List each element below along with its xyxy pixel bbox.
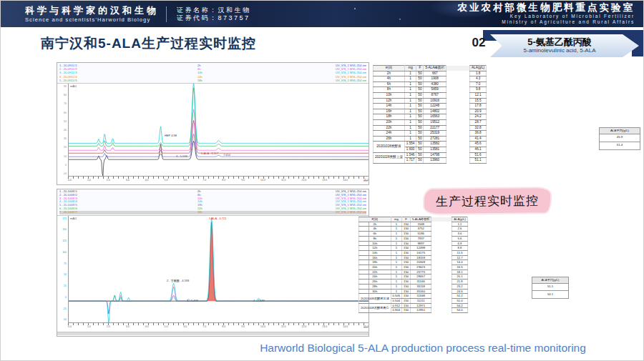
table-cell: 18h — [359, 260, 391, 265]
table-cell: 150 — [402, 284, 411, 289]
table-cell: 8.8 — [452, 246, 468, 251]
x-axis-tick-label: 0.0 — [68, 179, 72, 182]
table-row: 26h1502728141.4 — [374, 136, 487, 142]
table-cell: 14798 — [424, 152, 447, 158]
banner-divider — [166, 6, 167, 22]
table-cell: 1 — [391, 260, 401, 265]
column-header: ALA(g/L) — [470, 66, 487, 71]
table-row: 30h11503516024.6 — [359, 289, 468, 294]
table-cell: 15.5 — [470, 98, 487, 104]
x-axis-tick-label: 14.0 — [343, 325, 348, 328]
table-cell: 41.4 — [470, 136, 487, 142]
table-row: 8h15058599.8 — [374, 87, 487, 93]
table-cell: 20568 — [411, 260, 431, 265]
x-axis-tick-label: 6.0 — [183, 325, 187, 328]
table-cell: 28.7 — [470, 119, 487, 125]
table-row: 24h11502865720.1 — [359, 275, 468, 280]
table-cell: 1 — [391, 265, 401, 270]
x-axis-tick-label: 9.0 — [241, 179, 245, 182]
table-row: 12h1501091615.5 — [374, 98, 487, 104]
table-cell: 150 — [402, 260, 411, 265]
table-row: 24h1502531936.8 — [374, 131, 487, 137]
table-cell: 0.904 — [391, 308, 401, 313]
table-cell: 23623 — [411, 265, 431, 270]
table-cell: 1 — [391, 241, 401, 246]
table-cell: 5859 — [424, 87, 447, 93]
x-axis-tick-label: 11.0 — [281, 179, 286, 182]
x-axis-tick-label: 13.0 — [322, 179, 327, 182]
table-row: 2h1506671.8 — [374, 71, 487, 76]
x-axis-tick-labels: 0.01.02.03.04.05.06.07.08.09.010.011.012… — [68, 325, 369, 328]
y-axis-tick-label: -25 — [63, 307, 67, 310]
table-row: 22h11502577518.1 — [359, 269, 468, 275]
table-cell: 25775 — [411, 269, 431, 275]
table-cell: 1 — [391, 284, 401, 289]
sample-label-cell: 20201028发酵液 — [374, 142, 405, 152]
table-cell: 1 — [404, 119, 416, 125]
y-axis-tick-label: 60 — [64, 112, 67, 114]
column-header: mg — [391, 217, 401, 222]
table-row: 18h11502056814.4 — [359, 260, 468, 265]
table-cell: 667 — [424, 71, 447, 76]
table-cell: 51.1 — [470, 158, 487, 164]
table-cell: 1 — [391, 275, 401, 280]
y-axis-tick-label: 100 — [62, 251, 67, 254]
chromatogram-2-legend: 1 - 20-1008#12hUV_VIS_1 WVL:254 nm2 - 20… — [57, 189, 369, 216]
table-row: 6h115051863.6 — [359, 232, 468, 237]
column-header: ALA(g/L) — [452, 217, 468, 222]
table-cell: 50 — [416, 98, 424, 104]
avg-value: 51.4 — [599, 142, 640, 150]
table-cell: 1 — [404, 71, 416, 76]
presentation-slide: 科学与科学家的汉和生物 Science and scientists'Harwo… — [0, 0, 644, 361]
sample-label-cell: 20201008发酵液离心 — [359, 303, 391, 312]
table-cell: 12951 — [411, 308, 431, 313]
table-cell: 150 — [402, 275, 411, 280]
table-cell: 2h — [374, 71, 405, 76]
legend-sample-time: 18h — [197, 79, 247, 82]
peak-label: 7.654 — [223, 153, 230, 157]
sample-label-cell: 20201008发酵液过滤 — [359, 294, 391, 303]
table-cell: 7.0 — [470, 81, 487, 87]
x-axis-tick-label: 12.0 — [302, 179, 307, 182]
table-footer-row: 20201028发酵上清1.546501479851.6 — [374, 152, 487, 158]
table-cell: 6.9 — [452, 241, 468, 246]
table-cell: 1 — [391, 280, 401, 285]
column-header: mg — [404, 66, 416, 71]
hplc-table-1: 时间mgF5-ALA峰面积ALA(g/L)2h1506671.84h150190… — [373, 65, 487, 164]
table-cell: 0.912 — [391, 303, 401, 308]
x-axis-tick-label: 8.0 — [222, 325, 225, 328]
table-cell: 23.2 — [452, 284, 468, 289]
table-cell: 1 — [391, 246, 401, 251]
table-cell: 10h — [374, 92, 405, 98]
x-axis-tick-label: 2.0 — [107, 179, 110, 182]
x-axis-tick-labels: 0.01.02.03.04.05.06.07.08.09.010.011.012… — [68, 179, 369, 182]
table-cell: 1 — [404, 114, 416, 120]
table-cell: 35160 — [411, 289, 431, 294]
table-cell: 50 — [416, 147, 424, 152]
table-cell: 150 — [402, 280, 411, 285]
table-cell: 20.1 — [452, 275, 468, 280]
table-cell: 12h — [359, 246, 391, 251]
table-cell: 9.8 — [470, 87, 487, 93]
peak-label: 5-ALA - 6.117 — [201, 152, 218, 155]
sample-label-cell: 20201028发酵上清 — [374, 152, 405, 163]
x-axis-tick-label: 4.0 — [145, 179, 149, 182]
y-axis-tick-label: 125 — [62, 239, 67, 242]
table-footer-row: 20201008发酵液过滤0.5051501156851.2 — [359, 294, 468, 299]
table-cell: 12248 — [424, 104, 447, 109]
table-cell: 16175 — [411, 250, 431, 255]
table-cell: 12.7 — [452, 255, 468, 260]
peak-label: HEP 4.98 — [165, 134, 177, 137]
table-cell: 51.2 — [452, 294, 468, 299]
table-cell: 33118 — [411, 284, 431, 289]
table-header-row: 时间mgF5-ALA峰面积ALA(g/L) — [374, 66, 487, 71]
table-cell: 24h — [359, 275, 391, 280]
table-cell: 22h — [374, 125, 405, 131]
table-cell: 5.6 — [452, 236, 468, 241]
column-header: 5-ALA峰面积 — [424, 66, 447, 71]
y-axis-tick-label: 0 — [65, 164, 67, 167]
table-cell: 1.1 — [452, 222, 468, 227]
table-cell: 150 — [402, 250, 411, 255]
table-cell: 1 — [404, 125, 416, 131]
x-axis-tick-label: 11.0 — [281, 325, 286, 328]
